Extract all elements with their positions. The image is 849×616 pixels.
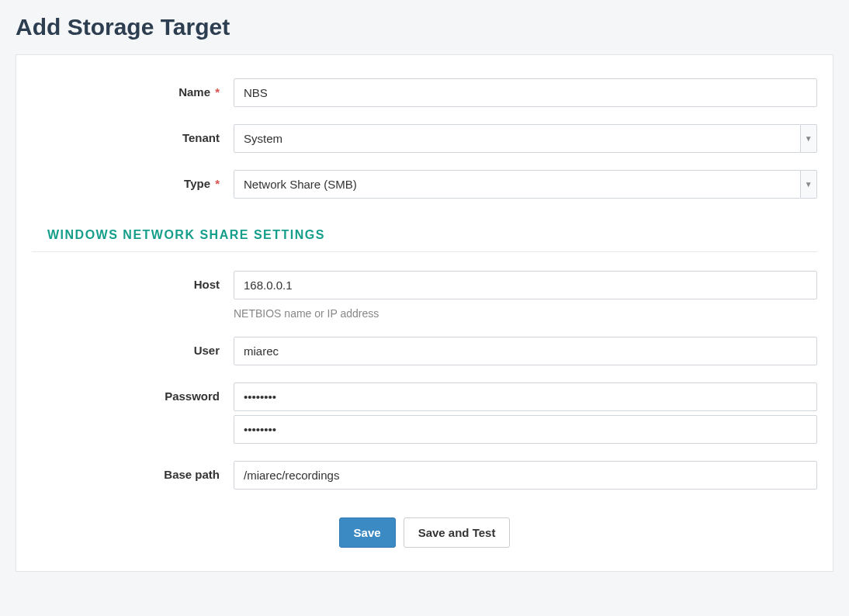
chevron-down-icon[interactable]: ▼ xyxy=(801,124,817,153)
label-user: User xyxy=(32,337,234,357)
label-type-text: Type xyxy=(184,177,210,190)
row-name: Name * xyxy=(32,78,817,107)
name-input[interactable] xyxy=(234,78,817,107)
host-help-text: NETBIOS name or IP address xyxy=(234,307,817,320)
host-input[interactable] xyxy=(234,271,817,299)
label-name-text: Name xyxy=(178,85,210,99)
save-and-test-button[interactable]: Save and Test xyxy=(404,517,511,548)
label-password: Password xyxy=(32,382,234,403)
required-marker: * xyxy=(215,177,220,190)
label-password-text: Password xyxy=(165,389,220,403)
chevron-down-icon[interactable]: ▼ xyxy=(801,170,817,199)
button-row: Save Save and Test xyxy=(32,517,817,548)
label-base-path-text: Base path xyxy=(164,468,220,481)
label-type: Type * xyxy=(32,170,234,190)
label-name: Name * xyxy=(32,78,234,99)
save-button[interactable]: Save xyxy=(339,517,396,548)
label-user-text: User xyxy=(194,344,220,357)
row-host: Host NETBIOS name or IP address xyxy=(32,271,817,320)
row-base-path: Base path xyxy=(32,461,817,490)
password-confirm-input[interactable] xyxy=(234,415,817,444)
section-header-network-share: WINDOWS NETWORK SHARE SETTINGS xyxy=(32,216,817,252)
tenant-select[interactable]: System xyxy=(234,124,801,153)
required-marker: * xyxy=(215,85,220,99)
label-host-text: Host xyxy=(194,278,220,291)
row-tenant: Tenant System ▼ xyxy=(32,124,817,153)
page-title: Add Storage Target xyxy=(0,0,849,54)
type-select[interactable]: Network Share (SMB) xyxy=(234,170,801,199)
label-host: Host xyxy=(32,271,234,291)
form-panel: Name * Tenant System ▼ Type * Network Sh… xyxy=(16,54,833,572)
row-password: Password xyxy=(32,382,817,444)
label-tenant: Tenant xyxy=(32,124,234,144)
label-base-path: Base path xyxy=(32,461,234,481)
row-user: User xyxy=(32,337,817,365)
label-tenant-text: Tenant xyxy=(182,131,220,144)
base-path-input[interactable] xyxy=(234,461,817,490)
user-input[interactable] xyxy=(234,337,817,365)
row-type: Type * Network Share (SMB) ▼ xyxy=(32,170,817,199)
password-input[interactable] xyxy=(234,382,817,411)
